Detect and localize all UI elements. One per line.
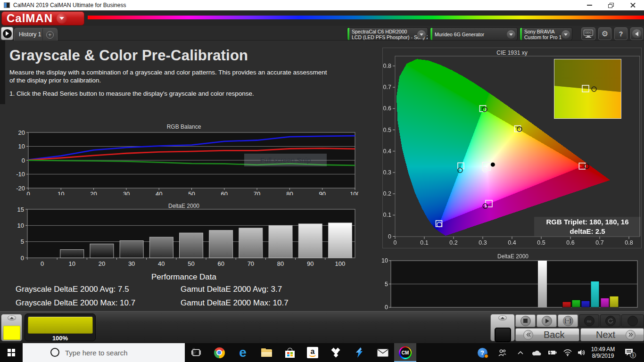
play-button[interactable] (537, 314, 557, 327)
notification-badge: 1 (630, 352, 636, 358)
next-button[interactable]: Next (580, 328, 644, 341)
wifi-tray-icon[interactable] (561, 343, 574, 362)
calman-taskbar-icon[interactable]: CM (394, 343, 416, 362)
calman-logo-button[interactable]: CalMAN (1, 11, 84, 25)
svg-text:90: 90 (319, 190, 325, 195)
stop-button[interactable] (515, 314, 536, 327)
chrome-taskbar-icon[interactable] (210, 343, 229, 362)
svg-text:0.2: 0.2 (449, 239, 457, 246)
onedrive-tray-icon[interactable] (530, 343, 544, 362)
main-content: Grayscale & Color Pre-Calibration Measur… (0, 41, 644, 311)
minimize-button[interactable] (582, 0, 596, 10)
svg-text:0.2: 0.2 (383, 190, 391, 197)
svg-text:0.3: 0.3 (479, 239, 487, 246)
taskbar-clock[interactable]: 10:49 AM 8/9/2019 (588, 346, 618, 359)
gamut-deltae-plot: 1050 (382, 252, 644, 311)
svg-text:0.6: 0.6 (383, 105, 391, 112)
store-icon (285, 348, 295, 358)
sidebar-expand-button[interactable] (1, 27, 13, 40)
svg-text:40: 40 (158, 260, 165, 267)
pattern-color-panel[interactable] (1, 314, 22, 341)
help-button[interactable]: ? (614, 27, 627, 40)
svg-text:0.6: 0.6 (566, 239, 574, 246)
refresh-button[interactable] (600, 314, 620, 327)
read-series-button[interactable]: [··] (558, 314, 578, 327)
next-label: Next (596, 329, 615, 340)
help-tray-icon[interactable]: ? (475, 343, 489, 362)
gamut-bar-yellow (610, 296, 619, 307)
cie-measured-blue (437, 222, 442, 227)
record-button[interactable] (621, 314, 644, 327)
people-tray-icon[interactable] (495, 343, 509, 362)
source-status-stripe (430, 28, 432, 40)
clock-time: 10:49 AM (588, 346, 618, 353)
chevron-down-icon (507, 30, 515, 39)
gamut-bar-blue (581, 301, 590, 307)
pattern-window-panel[interactable] (490, 314, 515, 341)
add-tab-button[interactable]: + (42, 28, 57, 41)
ddc-button[interactable]: DDC (581, 27, 595, 40)
restore-button[interactable] (604, 0, 618, 10)
svg-text:50: 50 (188, 260, 194, 267)
stop-icon (520, 316, 531, 326)
svg-text:0: 0 (388, 233, 391, 240)
task-view-button[interactable] (187, 343, 206, 362)
wifi-icon (563, 349, 572, 356)
meter-status-stripe (347, 28, 349, 40)
back-chevron-icon (523, 330, 533, 340)
svg-text:70: 70 (254, 190, 260, 195)
dropbox-icon (330, 348, 341, 357)
battery-tray-icon[interactable] (546, 343, 559, 362)
svg-text:0.4: 0.4 (383, 148, 391, 155)
dropbox-taskbar-icon[interactable] (326, 343, 345, 362)
svg-text:0.4: 0.4 (508, 239, 516, 246)
edge-taskbar-icon[interactable]: e (233, 343, 252, 362)
svg-text:40: 40 (156, 190, 162, 195)
meter-dropdown[interactable]: SpectraCal C6 HDR2000LCD (LED PFS Phosph… (347, 27, 428, 41)
mail-icon (377, 349, 388, 357)
svg-text:80: 80 (286, 190, 293, 195)
source-dropdown[interactable]: Murideo 6G Generator (430, 27, 518, 41)
taskbar-search[interactable] (23, 343, 185, 362)
volume-tray-icon[interactable] (575, 343, 588, 362)
tab-history-1[interactable]: History 1 (15, 28, 42, 41)
action-center-button[interactable]: 1 (620, 343, 638, 362)
svg-text:0.1: 0.1 (383, 212, 391, 218)
back-button[interactable]: Back (515, 328, 579, 341)
minimize-icon (587, 5, 592, 6)
panel-up-arrow-icon (498, 315, 507, 321)
lightning-icon (355, 347, 364, 358)
svg-text:80: 80 (277, 260, 284, 267)
yellow-pattern-swatch[interactable] (3, 326, 20, 340)
get-help-icon: ? (478, 348, 487, 358)
svg-text:-20: -20 (16, 185, 25, 192)
rainbow-gradient-strip (88, 16, 644, 19)
amazon-icon: a (307, 347, 318, 358)
cie-zoom-inset (554, 59, 621, 119)
record-icon (627, 316, 638, 326)
close-button[interactable] (626, 0, 640, 10)
display-status-stripe (520, 28, 522, 40)
pattern-window-preview[interactable] (495, 328, 511, 342)
amazon-taskbar-icon[interactable]: a (303, 343, 322, 362)
svg-text:0.8: 0.8 (383, 63, 391, 69)
lightning-app-taskbar-icon[interactable] (350, 343, 369, 362)
file-explorer-taskbar-icon[interactable] (257, 343, 276, 362)
svg-text:0: 0 (21, 255, 24, 262)
collapse-toolbar-button[interactable] (630, 27, 643, 40)
read-continuous-button[interactable]: ∞ (579, 314, 599, 327)
store-taskbar-icon[interactable] (281, 343, 299, 362)
tray-expand-button[interactable] (514, 343, 527, 362)
mail-taskbar-icon[interactable] (373, 343, 392, 362)
progress-panel: 100% (25, 313, 96, 341)
gamut-avg-stat: Gamut DeltaE 2000 Avg: 3.7 (181, 285, 282, 294)
grayscale-max-stat: Grayscale DeltaE 2000 Max: 10.7 (16, 298, 135, 308)
chevron-down-icon (561, 30, 570, 39)
grayscale-deltae-plot: 1510500102030405060708090100 (9, 203, 358, 269)
start-button[interactable] (0, 343, 23, 362)
display-dropdown[interactable]: Sony BRAVIACustom for Pro 1 (520, 27, 572, 41)
search-input[interactable] (65, 348, 173, 357)
svg-text:100: 100 (335, 260, 346, 267)
settings-button[interactable]: ⚙ (598, 27, 611, 40)
tab-bar: History 1 + SpectraCal C6 HDR2000LCD (LE… (0, 26, 644, 41)
